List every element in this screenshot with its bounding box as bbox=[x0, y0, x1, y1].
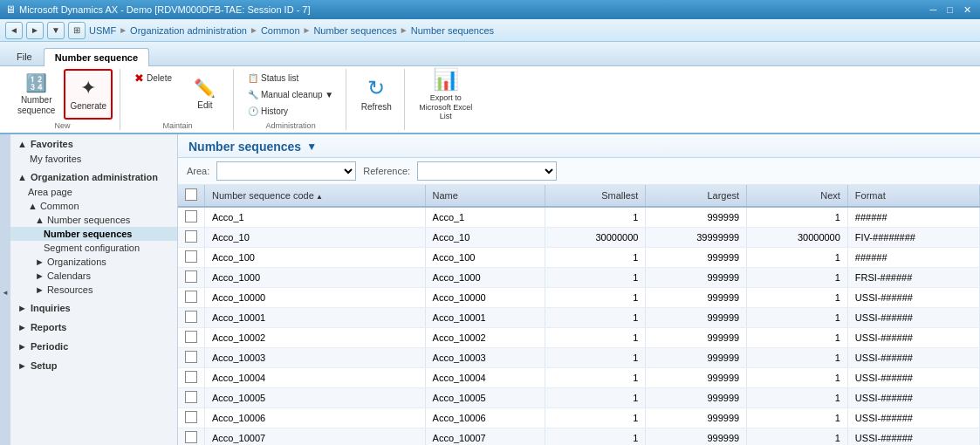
col-smallest[interactable]: Smallest bbox=[545, 185, 646, 207]
header-checkbox[interactable] bbox=[185, 188, 197, 201]
row-smallest: 1 bbox=[545, 408, 646, 428]
sidebar-periodic-header[interactable]: ► Periodic bbox=[10, 339, 177, 354]
table-row[interactable]: Acco_10005 Acco_10005 1 999999 1 USSI-##… bbox=[178, 388, 980, 408]
table-row[interactable]: Acco_10004 Acco_10004 1 999999 1 USSI-##… bbox=[178, 368, 980, 388]
sidebar-item-number-sequences[interactable]: Number sequences bbox=[10, 227, 177, 241]
table-row[interactable]: Acco_1000 Acco_1000 1 999999 1 FRSI-####… bbox=[178, 268, 980, 288]
table-row[interactable]: Acco_10003 Acco_10003 1 999999 1 USSI-##… bbox=[178, 348, 980, 368]
org-expand-icon: ► bbox=[35, 257, 45, 267]
reference-filter-select[interactable] bbox=[417, 161, 557, 181]
breadcrumb-numseq2[interactable]: Number sequences bbox=[411, 25, 494, 36]
ribbon: 🔢 Numbersequence ✦ Generate New ✖ Delete… bbox=[0, 66, 980, 134]
sidebar-item-segment-configuration[interactable]: Segment configuration bbox=[10, 241, 177, 255]
breadcrumb-numseq1[interactable]: Number sequences bbox=[313, 25, 396, 36]
sidebar-setup-header[interactable]: ► Setup bbox=[10, 358, 177, 373]
sidebar-reports-header[interactable]: ► Reports bbox=[10, 319, 177, 335]
page-title-dropdown[interactable]: ▼ bbox=[306, 140, 317, 153]
forward-button[interactable]: ► bbox=[26, 22, 44, 39]
row-name: Acco_10002 bbox=[425, 328, 545, 348]
breadcrumb-org-admin[interactable]: Organization administration bbox=[130, 25, 247, 36]
sidebar-item-my-favorites[interactable]: My favorites bbox=[10, 152, 177, 166]
row-format: USSI-###### bbox=[847, 428, 979, 446]
table-row[interactable]: Acco_10 Acco_10 30000000 39999999 300000… bbox=[178, 228, 980, 248]
tab-number-sequence[interactable]: Number sequence bbox=[44, 48, 149, 66]
col-next[interactable]: Next bbox=[747, 185, 848, 207]
row-largest: 999999 bbox=[646, 388, 747, 408]
nav-dropdown-button[interactable]: ▼ bbox=[47, 22, 65, 39]
row-checkbox[interactable] bbox=[178, 207, 205, 228]
number-sequence-button[interactable]: 🔢 Numbersequence bbox=[12, 69, 60, 120]
sidebar-item-calendars[interactable]: ► Calendars bbox=[10, 269, 177, 283]
sidebar-section-setup: ► Setup bbox=[10, 356, 177, 375]
table-row[interactable]: Acco_10006 Acco_10006 1 999999 1 USSI-##… bbox=[178, 408, 980, 428]
status-list-button[interactable]: 📋 Status list bbox=[243, 71, 304, 86]
table-row[interactable]: Acco_10000 Acco_10000 1 999999 1 USSI-##… bbox=[178, 288, 980, 308]
row-checkbox[interactable] bbox=[178, 428, 205, 446]
col-name[interactable]: Name bbox=[425, 185, 545, 207]
sidebar-inquiries-header[interactable]: ► Inquiries bbox=[10, 300, 177, 316]
favorites-expand-icon: ▲ bbox=[17, 139, 27, 149]
sidebar-item-area-page[interactable]: Area page bbox=[10, 185, 177, 199]
minimize-btn[interactable]: ─ bbox=[927, 4, 941, 16]
content-header: Number sequences ▼ bbox=[178, 134, 980, 158]
refresh-icon: ↻ bbox=[367, 76, 385, 100]
edit-icon: ✏️ bbox=[194, 78, 216, 99]
col-format[interactable]: Format bbox=[847, 185, 979, 207]
row-checkbox[interactable] bbox=[178, 348, 205, 368]
generate-icon: ✦ bbox=[80, 77, 96, 99]
tab-file[interactable]: File bbox=[5, 47, 44, 65]
row-code: Acco_10005 bbox=[205, 388, 426, 408]
group-maintain-label: Maintain bbox=[163, 121, 193, 130]
breadcrumb-usmf[interactable]: USMF bbox=[89, 25, 116, 36]
col-largest[interactable]: Largest bbox=[646, 185, 747, 207]
area-filter-select[interactable] bbox=[216, 161, 356, 181]
row-largest: 999999 bbox=[646, 248, 747, 268]
row-smallest: 1 bbox=[545, 388, 646, 408]
numseq-expand-icon: ▲ bbox=[35, 215, 45, 225]
row-checkbox[interactable] bbox=[178, 388, 205, 408]
row-checkbox[interactable] bbox=[178, 308, 205, 328]
sidebar-item-resources[interactable]: ► Resources bbox=[10, 283, 177, 297]
maximize-btn[interactable]: □ bbox=[943, 4, 956, 16]
row-checkbox[interactable] bbox=[178, 288, 205, 308]
table-row[interactable]: Acco_1 Acco_1 1 999999 1 ###### bbox=[178, 207, 980, 228]
sidebar-item-common[interactable]: ▲ Common bbox=[10, 199, 177, 213]
row-checkbox[interactable] bbox=[178, 408, 205, 428]
refresh-button[interactable]: ↻ Refresh bbox=[355, 69, 397, 120]
row-code: Acco_10001 bbox=[205, 308, 426, 328]
sidebar-collapse-button[interactable]: ◄ bbox=[0, 134, 10, 445]
home-button[interactable]: ⊞ bbox=[68, 22, 86, 39]
row-checkbox[interactable] bbox=[178, 328, 205, 348]
close-btn[interactable]: ✕ bbox=[960, 4, 975, 16]
history-button[interactable]: 🕐 History bbox=[243, 104, 293, 119]
generate-button[interactable]: ✦ Generate bbox=[64, 69, 113, 120]
table-row[interactable]: Acco_10002 Acco_10002 1 999999 1 USSI-##… bbox=[178, 328, 980, 348]
row-largest: 999999 bbox=[646, 207, 747, 228]
table-row[interactable]: Acco_10001 Acco_10001 1 999999 1 USSI-##… bbox=[178, 308, 980, 328]
row-code: Acco_1 bbox=[205, 207, 426, 228]
col-code[interactable]: Number sequence code bbox=[205, 185, 426, 207]
edit-button[interactable]: ✏️ Edit bbox=[184, 69, 226, 120]
row-code: Acco_10003 bbox=[205, 348, 426, 368]
back-button[interactable]: ◄ bbox=[5, 22, 23, 39]
sidebar-section-org-admin: ▲ Organization administration Area page … bbox=[10, 168, 177, 298]
sidebar-org-admin-header[interactable]: ▲ Organization administration bbox=[10, 169, 177, 185]
sidebar-item-organizations[interactable]: ► Organizations bbox=[10, 255, 177, 269]
row-code: Acco_100 bbox=[205, 248, 426, 268]
manual-cleanup-button[interactable]: 🔧 Manual cleanup ▼ bbox=[243, 87, 339, 102]
sidebar-favorites-header[interactable]: ▲ Favorites bbox=[10, 136, 177, 152]
breadcrumb-common[interactable]: Common bbox=[261, 25, 300, 36]
row-format: USSI-###### bbox=[847, 408, 979, 428]
delete-button[interactable]: ✖ Delete bbox=[129, 69, 177, 87]
table-row[interactable]: Acco_10007 Acco_10007 1 999999 1 USSI-##… bbox=[178, 428, 980, 446]
row-checkbox[interactable] bbox=[178, 268, 205, 288]
table-row[interactable]: Acco_100 Acco_100 1 999999 1 ###### bbox=[178, 248, 980, 268]
export-button[interactable]: 📊 Export toMicrosoft ExcelList bbox=[414, 69, 477, 120]
ribbon-group-export: 📊 Export toMicrosoft ExcelList bbox=[407, 69, 484, 130]
sidebar-item-number-sequences-group[interactable]: ▲ Number sequences bbox=[10, 213, 177, 227]
row-checkbox[interactable] bbox=[178, 248, 205, 268]
row-checkbox[interactable] bbox=[178, 368, 205, 388]
row-checkbox[interactable] bbox=[178, 228, 205, 248]
row-next: 1 bbox=[747, 368, 848, 388]
row-next: 1 bbox=[747, 248, 848, 268]
